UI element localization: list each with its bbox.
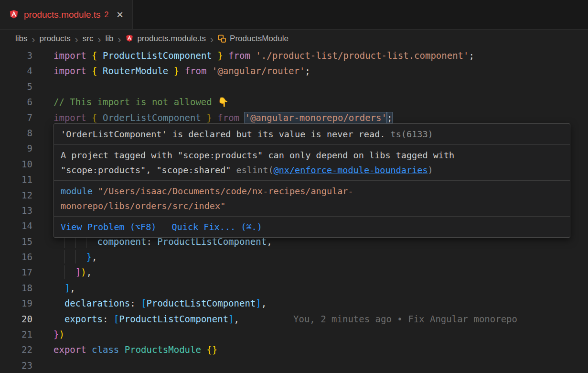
module-keyword: module: [61, 186, 93, 196]
code-line-3[interactable]: 3import { ProductListComponent } from '.…: [0, 48, 588, 63]
code-text: ]),: [53, 264, 92, 280]
code-line-23[interactable]: 23: [0, 358, 588, 373]
hover-popup: 'OrderListComponent' is declared but its…: [53, 123, 570, 238]
line-number[interactable]: 3: [0, 48, 32, 63]
tab-products-module[interactable]: products.module.ts 2 ✕: [0, 0, 133, 29]
tab-problem-count-badge: 2: [105, 11, 109, 19]
view-problem-button[interactable]: View Problem (⌥F8): [61, 219, 156, 234]
code-line-17[interactable]: 17 ]),: [0, 264, 588, 280]
hover-ts-message: 'OrderListComponent' is declared but its…: [54, 124, 570, 145]
breadcrumb-item-products[interactable]: products: [40, 34, 71, 44]
hover-module-info: module "/Users/isaac/Documents/code/nx-r…: [54, 181, 570, 217]
line-number[interactable]: 17: [0, 264, 32, 280]
line-number[interactable]: 7: [0, 110, 32, 125]
git-blame-annotation: You, 2 minutes ago • Fix Angular monorep…: [293, 311, 517, 327]
line-number[interactable]: 20: [0, 311, 32, 327]
code-line-5[interactable]: 5: [0, 79, 588, 94]
chevron-right-icon: ›: [210, 34, 214, 44]
tab-close-icon[interactable]: ✕: [116, 10, 123, 20]
indent-guide: [64, 265, 65, 279]
breadcrumb-item-lib[interactable]: lib: [105, 34, 113, 44]
module-path-line2: monorepo/libs/orders/src/index": [61, 198, 563, 213]
module-path-text: monorepo/libs/orders/src/index": [61, 201, 225, 211]
breadcrumb-item-src[interactable]: src: [83, 34, 94, 44]
line-number[interactable]: 16: [0, 249, 32, 264]
indent-guide: [75, 250, 76, 263]
code-editor[interactable]: 3import { ProductListComponent } from '.…: [0, 48, 588, 373]
breadcrumb: libs › products › src › lib › products.m…: [0, 30, 588, 48]
ts-source-label: ts(6133): [391, 129, 433, 139]
module-path-line1: module "/Users/isaac/Documents/code/nx-r…: [61, 184, 563, 198]
line-number[interactable]: 23: [0, 358, 32, 373]
breadcrumb-item-file[interactable]: products.module.ts: [125, 34, 206, 44]
code-text: ],: [53, 280, 75, 296]
code-line-22[interactable]: 22export class ProductsModule {}: [0, 342, 588, 357]
ts-message-text: 'OrderListComponent' is declared but its…: [61, 129, 385, 139]
breadcrumb-label: lib: [105, 34, 113, 44]
code-text: declarations: [ProductListComponent],: [53, 296, 267, 311]
angular-icon: [125, 34, 134, 43]
tab-bar: products.module.ts 2 ✕: [0, 0, 588, 30]
breadcrumb-label: ProductsModule: [230, 34, 289, 44]
line-number[interactable]: 21: [0, 327, 32, 342]
hover-status-bar: View Problem (⌥F8) Quick Fix... (⌘.): [54, 217, 570, 237]
line-number[interactable]: 6: [0, 94, 32, 110]
eslint-source-prefix: eslint(: [236, 165, 274, 175]
line-number[interactable]: 9: [0, 141, 32, 156]
code-line-21[interactable]: 21}): [0, 327, 588, 342]
line-number[interactable]: 8: [0, 125, 32, 141]
breadcrumb-label: libs: [15, 34, 28, 44]
code-line-4[interactable]: 4import { RouterModule } from '@angular/…: [0, 63, 588, 78]
line-number[interactable]: 11: [0, 172, 32, 187]
line-number[interactable]: 13: [0, 203, 32, 218]
module-path-text: "/Users/isaac/Documents/code/nx-recipes/…: [98, 186, 353, 196]
code-line-16[interactable]: 16 },: [0, 249, 588, 264]
line-number[interactable]: 12: [0, 187, 32, 203]
indent-guide: [64, 250, 65, 263]
line-number[interactable]: 22: [0, 342, 32, 357]
tab-filename: products.module.ts: [24, 10, 101, 20]
eslint-message-line1: A project tagged with "scope:products" c…: [61, 148, 563, 163]
eslint-message-line2: "scope:products", "scope:shared" eslint(…: [61, 163, 563, 177]
class-symbol-icon: [218, 34, 226, 43]
eslint-message-text: "scope:products", "scope:shared": [61, 165, 231, 175]
line-number[interactable]: 19: [0, 296, 32, 311]
breadcrumb-item-libs[interactable]: libs: [15, 34, 28, 44]
line-number[interactable]: 5: [0, 79, 32, 94]
line-number[interactable]: 4: [0, 63, 32, 78]
code-line-18[interactable]: 18 ],: [0, 280, 588, 296]
code-text: exports: [ProductListComponent],: [53, 311, 239, 327]
breadcrumb-label: products: [40, 34, 71, 44]
breadcrumb-label: products.module.ts: [137, 34, 206, 44]
chevron-right-icon: ›: [75, 34, 78, 44]
code-line-20[interactable]: 20 exports: [ProductListComponent],You, …: [0, 311, 588, 327]
breadcrumb-label: src: [83, 34, 94, 44]
code-text: import { RouterModule } from '@angular/r…: [53, 63, 310, 78]
code-text: // This import is not allowed 👇: [53, 94, 229, 110]
chevron-right-icon: ›: [97, 34, 101, 44]
code-text: }): [53, 327, 64, 342]
angular-icon: [9, 10, 19, 20]
line-number[interactable]: 15: [0, 234, 32, 249]
breadcrumb-item-symbol[interactable]: ProductsModule: [218, 34, 289, 44]
chevron-right-icon: ›: [32, 34, 35, 44]
line-number[interactable]: 10: [0, 156, 32, 172]
eslint-source-suffix: ): [428, 165, 433, 175]
line-number[interactable]: 14: [0, 218, 32, 233]
hover-eslint-message: A project tagged with "scope:products" c…: [54, 145, 570, 181]
chevron-right-icon: ›: [118, 34, 121, 44]
code-line-19[interactable]: 19 declarations: [ProductListComponent],: [0, 296, 588, 311]
eslint-rule-link[interactable]: @nx/enforce-module-boundaries: [274, 165, 428, 175]
quick-fix-button[interactable]: Quick Fix... (⌘.): [171, 219, 262, 234]
code-text: import { ProductListComponent } from './…: [53, 48, 474, 63]
code-text: export class ProductsModule {}: [53, 342, 217, 357]
line-number[interactable]: 18: [0, 280, 32, 296]
code-line-6[interactable]: 6// This import is not allowed 👇: [0, 94, 588, 110]
